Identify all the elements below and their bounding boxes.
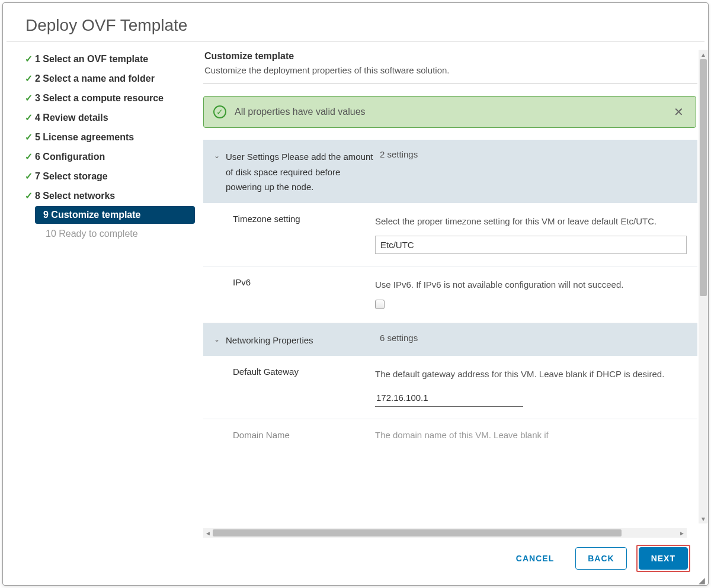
check-icon: ✓ — [22, 112, 35, 123]
step-8[interactable]: ✓8 Select networks — [20, 187, 203, 205]
next-button-highlight: NEXT — [636, 545, 690, 572]
scroll-down-icon[interactable]: ▼ — [699, 514, 708, 523]
vertical-scrollbar[interactable]: ▲ ▼ — [699, 50, 708, 523]
check-icon: ✓ — [22, 131, 35, 143]
prop-label: Domain Name — [233, 430, 375, 440]
scroll-up-icon[interactable]: ▲ — [699, 50, 708, 59]
group-count: 2 settings — [374, 149, 418, 195]
close-icon[interactable]: ✕ — [671, 105, 686, 119]
section-title: Customize template — [203, 50, 697, 64]
prop-desc: Select the proper timezone setting for t… — [375, 214, 687, 229]
checkmark-circle-icon: ✓ — [213, 105, 226, 118]
step-6[interactable]: ✓6 Configuration — [20, 147, 203, 166]
step-10: 10 Ready to complete — [43, 225, 203, 243]
resize-handle-icon[interactable]: ◢ — [699, 576, 707, 584]
chevron-down-icon: ⌄ — [214, 149, 220, 195]
dialog-title: Deploy OVF Template — [7, 3, 704, 41]
h-scroll-thumb[interactable] — [213, 529, 622, 536]
group-networking: ⌄ Networking Properties 6 settings Defau… — [203, 323, 697, 440]
check-icon: ✓ — [22, 73, 35, 84]
deploy-ovf-dialog: Deploy OVF Template ✓1 Select an OVF tem… — [2, 2, 709, 586]
step-2[interactable]: ✓2 Select a name and folder — [20, 69, 203, 88]
step-3[interactable]: ✓3 Select a compute resource — [20, 89, 203, 107]
next-button[interactable]: NEXT — [639, 547, 688, 570]
prop-desc: The default gateway address for this VM.… — [375, 367, 687, 382]
main-panel: Customize template Customize the deploym… — [203, 50, 708, 538]
section-subtitle: Customize the deployment properties of t… — [203, 64, 697, 84]
chevron-down-icon: ⌄ — [214, 333, 220, 348]
prop-label: Default Gateway — [233, 367, 375, 407]
dialog-body: ✓1 Select an OVF template ✓2 Select a na… — [3, 41, 708, 538]
v-scroll-thumb[interactable] — [700, 59, 707, 296]
prop-desc: The domain name of this VM. Leave blank … — [375, 430, 687, 440]
group-label: User Settings Please add the amount of d… — [226, 149, 374, 195]
row-gateway: Default Gateway The default gateway addr… — [203, 356, 697, 419]
row-ipv6: IPv6 Use IPv6. If IPv6 is not available … — [203, 266, 697, 323]
gateway-input[interactable] — [375, 389, 523, 407]
row-timezone: Timezone setting Select the proper timez… — [203, 203, 697, 267]
step-4[interactable]: ✓4 Review details — [20, 108, 203, 127]
group-count: 6 settings — [374, 333, 418, 348]
timezone-input[interactable] — [375, 236, 687, 254]
validation-banner: ✓ All properties have valid values ✕ — [203, 96, 696, 128]
check-icon: ✓ — [22, 92, 35, 104]
dialog-footer: CANCEL BACK NEXT — [3, 538, 708, 585]
back-button[interactable]: BACK — [575, 547, 626, 570]
step-9-current[interactable]: 9 Customize template — [35, 206, 195, 224]
step-7[interactable]: ✓7 Select storage — [20, 167, 203, 185]
step-1[interactable]: ✓1 Select an OVF template — [20, 50, 203, 68]
scroll-left-icon[interactable]: ◄ — [203, 528, 213, 538]
scroll-right-icon[interactable]: ► — [677, 528, 687, 538]
group-user-settings: ⌄ User Settings Please add the amount of… — [203, 140, 697, 323]
check-icon: ✓ — [22, 171, 35, 182]
prop-label: IPv6 — [233, 277, 375, 311]
prop-desc: Use IPv6. If IPv6 is not available confi… — [375, 277, 687, 293]
ipv6-checkbox[interactable] — [375, 300, 385, 309]
group-header-user[interactable]: ⌄ User Settings Please add the amount of… — [203, 141, 697, 203]
step-5[interactable]: ✓5 License agreements — [20, 128, 203, 146]
wizard-steps: ✓1 Select an OVF template ✓2 Select a na… — [20, 50, 203, 538]
row-domain-cut: Domain Name The domain name of this VM. … — [203, 419, 697, 440]
horizontal-scrollbar[interactable]: ◄ ► — [203, 528, 687, 538]
banner-message: All properties have valid values — [235, 107, 671, 117]
prop-label: Timezone setting — [233, 214, 375, 255]
group-header-networking[interactable]: ⌄ Networking Properties 6 settings — [203, 324, 697, 356]
cancel-button[interactable]: CANCEL — [504, 548, 566, 569]
check-icon: ✓ — [22, 190, 35, 201]
group-label: Networking Properties — [226, 333, 374, 348]
check-icon: ✓ — [22, 151, 35, 162]
check-icon: ✓ — [22, 53, 35, 65]
